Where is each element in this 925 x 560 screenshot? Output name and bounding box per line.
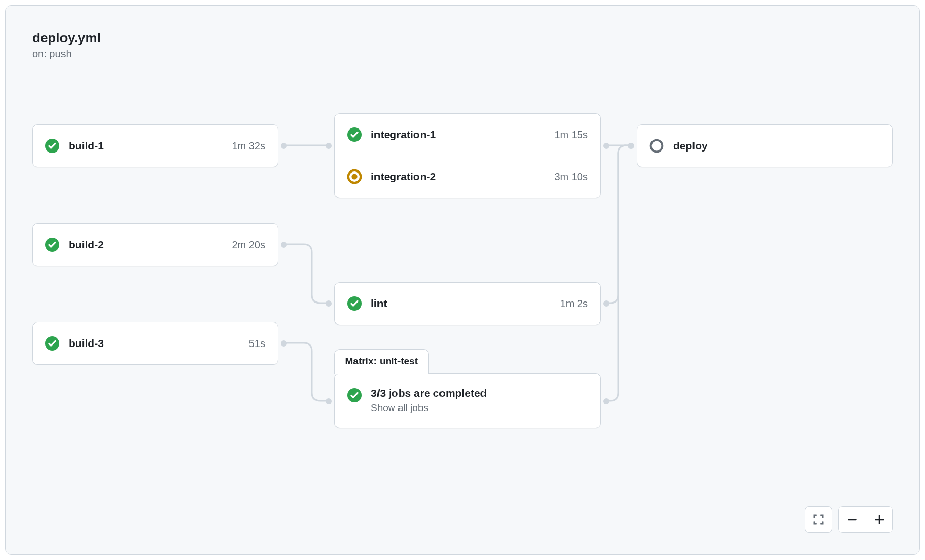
zoom-in-button[interactable]: [866, 507, 892, 532]
matrix-tab-label: Matrix: unit-test: [334, 349, 429, 374]
port-in: [326, 300, 332, 307]
zoom-group: [838, 506, 893, 533]
job-duration: 1m 2s: [560, 298, 588, 310]
job-node-matrix-unit-test[interactable]: Matrix: unit-test 3/3 jobs are completed…: [334, 373, 601, 428]
job-name: integration-2: [371, 170, 554, 183]
job-row-integration-1[interactable]: integration-1 1m 15s: [335, 114, 600, 156]
job-row[interactable]: build-1 1m 32s: [33, 125, 278, 167]
zoom-out-button[interactable]: [839, 507, 866, 532]
job-node-lint[interactable]: lint 1m 2s: [334, 282, 601, 325]
workflow-title: deploy.yml: [32, 30, 101, 46]
port-in: [326, 398, 332, 404]
job-duration: 1m 32s: [232, 140, 265, 152]
port-in: [628, 143, 634, 149]
graph-controls: [805, 506, 893, 533]
job-name: deploy: [673, 140, 880, 152]
matrix-show-all-link[interactable]: Show all jobs: [371, 402, 487, 414]
port-in: [326, 143, 332, 149]
check-circle-icon: [45, 336, 59, 351]
fullscreen-group: [805, 506, 832, 533]
job-name: build-3: [69, 337, 249, 350]
circle-icon: [649, 139, 664, 153]
dot-fill-icon: [347, 169, 362, 184]
check-circle-icon: [347, 388, 362, 402]
job-name: build-1: [69, 140, 232, 152]
workflow-graph[interactable]: build-1 1m 32s build-2 2m 20s build-3: [32, 113, 898, 471]
job-row-integration-2[interactable]: integration-2 3m 10s: [335, 156, 600, 198]
job-node-build-3[interactable]: build-3 51s: [32, 322, 278, 365]
check-circle-icon: [45, 139, 59, 153]
job-name: build-2: [69, 239, 232, 251]
workflow-header: deploy.yml on: push: [32, 30, 101, 60]
svg-point-5: [351, 174, 357, 179]
check-circle-icon: [347, 127, 362, 142]
workflow-trigger: on: push: [32, 48, 101, 60]
port-out: [281, 242, 287, 248]
job-duration: 3m 10s: [554, 171, 588, 183]
job-node-integration[interactable]: integration-1 1m 15s integration-2 3m 10…: [334, 113, 601, 198]
port-out: [603, 300, 609, 307]
job-row[interactable]: build-2 2m 20s: [33, 224, 278, 266]
matrix-body[interactable]: 3/3 jobs are completed Show all jobs: [335, 374, 600, 428]
job-row[interactable]: deploy: [637, 125, 892, 167]
port-out: [603, 143, 609, 149]
fullscreen-button[interactable]: [805, 507, 832, 532]
matrix-summary: 3/3 jobs are completed: [371, 387, 487, 399]
workflow-graph-panel: deploy.yml on: push: [5, 5, 920, 555]
job-node-build-2[interactable]: build-2 2m 20s: [32, 223, 278, 266]
check-circle-icon: [347, 296, 362, 311]
job-node-deploy[interactable]: deploy: [637, 124, 893, 167]
port-out: [281, 143, 287, 149]
job-name: lint: [371, 297, 560, 310]
port-out: [281, 340, 287, 347]
job-row[interactable]: lint 1m 2s: [335, 283, 600, 325]
svg-point-8: [651, 140, 663, 152]
job-duration: 51s: [249, 338, 265, 350]
job-duration: 2m 20s: [232, 239, 265, 251]
job-node-build-1[interactable]: build-1 1m 32s: [32, 124, 278, 167]
job-row[interactable]: build-3 51s: [33, 322, 278, 364]
port-out: [603, 398, 609, 404]
job-duration: 1m 15s: [554, 129, 588, 141]
check-circle-icon: [45, 238, 59, 252]
job-name: integration-1: [371, 128, 554, 141]
